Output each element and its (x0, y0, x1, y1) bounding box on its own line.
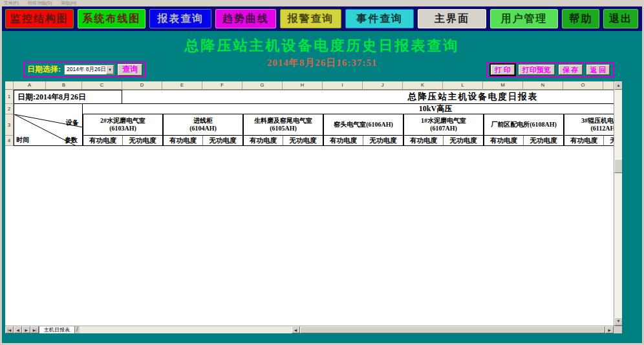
empty-cell[interactable] (14, 104, 82, 114)
column-letter[interactable]: I (323, 81, 363, 90)
print-preview-button[interactable]: 打印预览 (519, 65, 555, 75)
param-header-cell: 有功电度 (242, 136, 283, 146)
scroll-up-icon[interactable]: ▲ (614, 81, 622, 90)
equipment-name: 1#水泥磨电气室 (421, 117, 466, 125)
column-letter[interactable]: N (523, 81, 563, 90)
horizontal-scroll-thumb[interactable] (300, 326, 605, 333)
row-number[interactable]: 4 (5, 136, 14, 146)
row-1: 1 日期:2014年8月26日 总降压站主机设备电度日报表 (5, 90, 614, 104)
column-letter[interactable]: A (14, 81, 46, 90)
equipment-name: 窑头电气室(6106AH) (334, 121, 393, 129)
report-date-cell[interactable]: 日期:2014年8月26日 (14, 90, 122, 104)
row-number[interactable]: 2 (5, 104, 14, 114)
date-select[interactable]: 2014年 8月26日 ▼ (64, 65, 114, 75)
nav-button[interactable]: 系统布线图 (78, 9, 146, 28)
param-header-cell: 无功电度 (443, 136, 483, 146)
equipment-header-cell: 3#辊压机电气室 (6112AH) (563, 114, 614, 136)
menu-item[interactable]: 文件(F) (4, 0, 19, 6)
equipment-header-cell: 1#水泥磨电气室 (6107AH) (403, 114, 483, 136)
column-letter[interactable]: J (363, 81, 403, 90)
column-letter[interactable]: F (202, 81, 242, 90)
param-header-cell: 有功电度 (563, 136, 603, 146)
vertical-scrollbar[interactable]: ▲ ▼ (614, 81, 622, 326)
scroll-down-icon[interactable]: ▼ (614, 317, 622, 326)
column-letter[interactable]: H (283, 81, 323, 90)
column-letter[interactable]: K (403, 81, 443, 90)
equipment-code: (6105AH) (270, 125, 297, 133)
time-label: 时间 (16, 136, 29, 145)
grid-body: 1 日期:2014年8月26日 总降压站主机设备电度日报表 2 10kV高压 3… (5, 90, 614, 146)
app-window: 文件(F)特殊功能(S)帮助(H) 监控结构图 系统布线图 报表查询 趋势曲线 … (0, 0, 644, 345)
param-header-cell: 有功电度 (162, 136, 202, 146)
voltage-header-cell[interactable]: 10kV高压 (82, 104, 614, 114)
tab-prev-icon[interactable]: ◀ (14, 326, 22, 333)
select-all-corner[interactable] (5, 81, 14, 90)
nav-button[interactable]: 帮助 (562, 9, 599, 28)
equipment-header-cell: 2#水泥磨电气室 (6103AH) (82, 114, 162, 136)
sheet-tab[interactable]: 主机日报表 (39, 326, 75, 333)
param-header-row: 有功电度无功电度有功电度无功电度有功电度无功电度有功电度无功电度有功电度无功电度… (82, 136, 614, 146)
param-header-cell: 无功电度 (603, 136, 614, 146)
date-selector-group: 日期选择: 2014年 8月26日 ▼ 查询 (23, 61, 146, 78)
chevron-down-icon[interactable]: ▼ (106, 65, 114, 74)
equipment-header-cell: 生料磨及窑尾电气室 (6105AH) (242, 114, 323, 136)
column-letter[interactable]: G (242, 81, 283, 90)
column-letter[interactable]: C (82, 81, 122, 90)
param-header-cell: 有功电度 (82, 136, 122, 146)
nav-button[interactable]: 报表查询 (149, 9, 211, 28)
row-number[interactable]: 1 (5, 90, 14, 104)
column-letter[interactable]: O (563, 81, 603, 90)
equipment-name: 厂前区配电所(6108AH) (491, 121, 557, 129)
param-header-cell: 无功电度 (363, 136, 403, 146)
scroll-right-icon[interactable]: ▶ (605, 326, 614, 333)
menu-item[interactable]: 特殊功能(S) (28, 0, 52, 6)
equipment-header-area: 2#水泥磨电气室 (6103AH) 进线柜 (6104AH) (82, 114, 614, 146)
param-header-cell: 无功电度 (523, 136, 563, 146)
equipment-group-row: 2#水泥磨电气室 (6103AH) 进线柜 (6104AH) (82, 114, 614, 136)
nav-button[interactable]: 报警查询 (280, 9, 342, 28)
vertical-scroll-thumb[interactable] (614, 159, 622, 173)
tab-next-icon[interactable]: ▶ (22, 326, 30, 333)
tab-last-icon[interactable]: ▶| (30, 326, 39, 333)
nav-button[interactable]: 事件查询 (345, 9, 414, 28)
tab-strip-filler (80, 326, 292, 333)
scroll-left-icon[interactable]: ◀ (292, 326, 300, 333)
nav-button[interactable]: 监控结构图 (5, 9, 74, 28)
print-button[interactable]: 打 印 (491, 65, 515, 75)
rows-3-4: 3 4 设备 时间 参数 (5, 114, 614, 146)
equipment-code: (6104AH) (189, 125, 217, 133)
column-letter[interactable]: E (162, 81, 202, 90)
equipment-name: 2#水泥磨电气室 (100, 117, 145, 125)
date-select-value: 2014年 8月26日 (65, 66, 106, 74)
row-number-column: 3 4 (5, 114, 14, 146)
menu-bar: 文件(F)特殊功能(S)帮助(H) (0, 0, 644, 6)
save-button[interactable]: 保 存 (559, 65, 583, 75)
equipment-code: (6103AH) (109, 125, 136, 133)
back-button[interactable]: 返 回 (586, 65, 610, 75)
sheet-tab-bar: |◀ ◀ ▶ ▶| 主机日报表 / ◀ ▶ (5, 326, 622, 333)
column-letter[interactable]: D (122, 81, 162, 90)
equipment-name: 生料磨及窑尾电气室 (254, 117, 312, 125)
equipment-header-cell: 进线柜 (6104AH) (162, 114, 242, 136)
row-number[interactable]: 3 (5, 114, 14, 136)
column-letter[interactable]: L (443, 81, 483, 90)
column-letter[interactable]: M (483, 81, 523, 90)
row-2: 2 10kV高压 (5, 104, 614, 114)
device-label: 设备 (66, 118, 79, 127)
param-label: 参数 (65, 136, 78, 145)
equipment-name: 3#辊压机电气室 (581, 117, 614, 125)
scrollbar-corner (614, 326, 622, 333)
nav-button[interactable]: 退出 (603, 9, 638, 28)
nav-button[interactable]: 主界面 (418, 9, 486, 28)
nav-button[interactable]: 用户管理 (490, 9, 559, 28)
nav-button[interactable]: 趋势曲线 (215, 9, 276, 28)
column-header-row: ABCDEFGHIJKLMNO (5, 81, 614, 90)
column-letter[interactable]: B (46, 81, 82, 90)
menu-item[interactable]: 帮助(H) (61, 0, 76, 6)
equipment-header-cell: 窑头电气室(6106AH) (323, 114, 403, 136)
report-title-cell[interactable]: 总降压站主机设备电度日报表 (122, 90, 614, 104)
query-button[interactable]: 查询 (118, 64, 142, 76)
tab-first-icon[interactable]: |◀ (5, 326, 14, 333)
diagonal-header-cell: 设备 时间 参数 (14, 114, 82, 146)
nav-button-bar: 监控结构图 系统布线图 报表查询 趋势曲线 报警查询 事件查询 主界面 用户管理… (2, 6, 642, 31)
